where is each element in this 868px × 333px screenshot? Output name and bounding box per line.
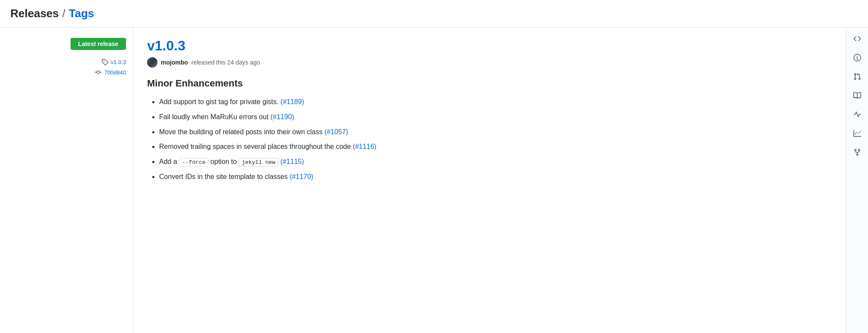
jekyll-new-code: jekyll new: [239, 158, 278, 167]
latest-release-badge[interactable]: Latest release: [71, 38, 126, 50]
release-version-link[interactable]: v1.0.3: [147, 38, 832, 54]
list-item-text: Add support to gist tag for private gist…: [159, 98, 280, 105]
page-wrapper: Releases / Tags Latest release v1.0.3: [0, 0, 868, 333]
tags-link[interactable]: Tags: [69, 7, 94, 20]
list-item-text: Convert IDs in the site template to clas…: [159, 173, 289, 180]
sidebar-commit-row: 700d840: [95, 69, 126, 76]
header-separator: /: [62, 7, 65, 20]
sidebar-tag-version[interactable]: v1.0.3: [111, 59, 126, 65]
release-section-title: Minor Enhancements: [147, 78, 832, 89]
issue-link-1170[interactable]: (#1170): [289, 173, 313, 180]
list-item-force: Add a --force option to jekyll new (#111…: [159, 156, 832, 168]
sidebar-tag-row: v1.0.3: [102, 59, 126, 65]
list-item-text-before: Add a: [159, 158, 179, 165]
list-item-text: Move the building of related posts into …: [159, 128, 324, 136]
releases-title: Releases: [10, 7, 59, 20]
release-meta-text: released this 24 days ago: [191, 59, 260, 66]
list-item: Removed trailing spaces in several place…: [159, 141, 832, 153]
list-item: Convert IDs in the site template to clas…: [159, 171, 832, 183]
issue-link-1057[interactable]: (#1057): [324, 128, 348, 136]
commit-icon: [95, 69, 102, 76]
wiki-icon[interactable]: [853, 91, 862, 100]
release-author[interactable]: mojombo: [161, 59, 188, 66]
issue-link-1115[interactable]: (#1115): [280, 158, 304, 165]
main-content: Latest release v1.0.3 700d840: [0, 28, 868, 333]
graph-icon[interactable]: [853, 129, 862, 138]
avatar: [147, 57, 157, 68]
release-enhancements-list: Add support to gist tag for private gist…: [147, 96, 832, 183]
list-item: Move the building of related posts into …: [159, 126, 832, 139]
release-content: v1.0.3 mojombo released this 24 days ago…: [133, 28, 846, 333]
left-sidebar: Latest release v1.0.3 700d840: [0, 28, 133, 333]
fork-icon[interactable]: [853, 148, 862, 157]
release-meta: mojombo released this 24 days ago: [147, 57, 832, 68]
issue-link-1189[interactable]: (#1189): [280, 98, 304, 105]
sidebar-commit-hash[interactable]: 700d840: [104, 69, 126, 76]
list-item: Add support to gist tag for private gist…: [159, 96, 832, 108]
tag-icon: [102, 59, 108, 65]
issue-link-1190[interactable]: (#1190): [271, 113, 294, 120]
force-code: --force: [179, 158, 209, 167]
right-sidebar: [846, 28, 868, 333]
list-item-text-middle: option to: [210, 158, 239, 165]
avatar-image: [147, 57, 157, 68]
pulse-icon[interactable]: [853, 110, 862, 119]
list-item: Fail loudly when MaRuKu errors out (#119…: [159, 111, 832, 123]
issue-link-1116[interactable]: (#1116): [353, 143, 376, 150]
pull-request-icon[interactable]: [853, 72, 862, 81]
list-item-text: Fail loudly when MaRuKu errors out: [159, 113, 271, 120]
code-icon[interactable]: [853, 34, 862, 43]
page-header: Releases / Tags: [0, 0, 868, 28]
list-item-text: Removed trailing spaces in several place…: [159, 143, 353, 150]
info-icon[interactable]: [853, 53, 862, 62]
